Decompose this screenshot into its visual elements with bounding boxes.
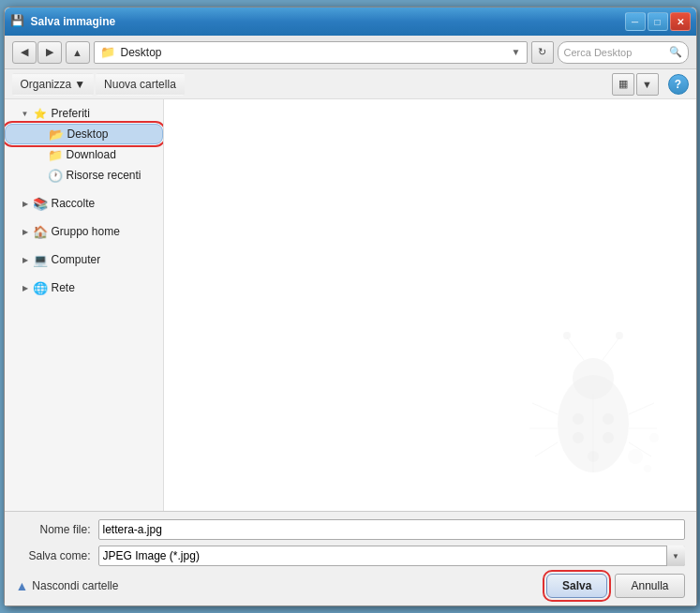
computer-icon: 💻 <box>33 252 48 267</box>
close-button[interactable]: ✕ <box>670 12 691 31</box>
sidebar-item-risorse[interactable]: 🕐 Risorse recenti <box>5 165 163 186</box>
toolbar: Organizza ▼ Nuova cartella ▦ ▼ ? <box>5 69 696 99</box>
hide-folders-icon: ▲ <box>16 578 29 593</box>
back-button[interactable]: ◀ <box>12 41 37 64</box>
expand-icon-computer: ▶ <box>20 254 31 265</box>
forward-button[interactable]: ▶ <box>37 41 62 64</box>
expand-icon-raccolte: ▶ <box>20 198 31 209</box>
content-area: ▼ ⭐ Preferiti 📂 Desktop 📁 Download 🕐 Ris… <box>5 99 696 511</box>
search-box[interactable]: Cerca Desktop 🔍 <box>558 41 689 64</box>
bottom-actions: ▲ Nascondi cartelle Salva Annulla <box>16 574 685 598</box>
svg-point-14 <box>603 413 614 425</box>
addressbar: ◀ ▶ ▲ 📁 Desktop ▼ ↻ Cerca Desktop 🔍 <box>5 36 696 69</box>
svg-line-5 <box>535 442 558 456</box>
svg-point-13 <box>573 413 584 425</box>
svg-point-16 <box>603 432 614 443</box>
address-dropdown-icon: ▼ <box>512 47 521 57</box>
new-folder-button[interactable]: Nuova cartella <box>96 73 185 96</box>
collection-icon: 📚 <box>33 196 48 211</box>
help-button[interactable]: ? <box>668 74 689 95</box>
view-icon: ▦ <box>618 78 628 90</box>
filetype-select-wrapper: JPEG Image (*.jpg) PNG Image (*.png) BMP… <box>98 546 685 566</box>
sidebar-item-raccolte[interactable]: ▶ 📚 Raccolte <box>5 193 163 214</box>
sidebar-label-raccolte: Raccolte <box>52 197 96 210</box>
svg-point-17 <box>588 451 599 462</box>
sidebar-label-rete: Rete <box>52 281 75 294</box>
view-arrow-button[interactable]: ▼ <box>636 73 659 96</box>
search-icon: 🔍 <box>669 46 682 58</box>
sidebar-label-preferiti: Preferiti <box>52 107 90 120</box>
svg-line-3 <box>532 403 558 414</box>
svg-point-20 <box>644 465 651 472</box>
svg-point-12 <box>616 332 623 339</box>
svg-line-10 <box>603 337 619 360</box>
maximize-button[interactable]: □ <box>648 12 668 31</box>
save-button[interactable]: Salva <box>546 574 607 598</box>
dialog-icon: 💾 <box>10 14 25 29</box>
dialog-title: Salva immagine <box>31 15 625 28</box>
svg-point-0 <box>558 375 629 472</box>
file-area <box>164 99 696 511</box>
sidebar-item-preferiti[interactable]: ▼ ⭐ Preferiti <box>5 103 163 124</box>
recent-icon: 🕐 <box>48 168 63 183</box>
hide-folders-label: Nascondi cartelle <box>32 579 118 592</box>
filetype-label: Salva come: <box>16 549 91 562</box>
expand-spacer-desktop <box>36 128 47 140</box>
svg-line-6 <box>629 403 654 414</box>
organize-arrow: ▼ <box>74 78 85 91</box>
svg-point-11 <box>563 332 571 339</box>
cancel-button[interactable]: Annulla <box>615 574 684 598</box>
sidebar-label-computer: Computer <box>52 253 101 266</box>
titlebar-buttons: ─ □ ✕ <box>625 12 691 31</box>
sidebar-item-computer[interactable]: ▶ 💻 Computer <box>5 249 163 270</box>
sidebar-label-download: Download <box>67 148 116 161</box>
network-icon: 🌐 <box>33 280 48 295</box>
nav-back-forward: ◀ ▶ <box>12 41 62 64</box>
sidebar-label-gruppo: Gruppo home <box>52 225 120 238</box>
sidebar-label-desktop: Desktop <box>67 127 109 141</box>
refresh-button[interactable]: ↻ <box>531 41 554 64</box>
download-folder-icon: 📁 <box>48 147 63 162</box>
view-button[interactable]: ▦ <box>612 73 634 96</box>
search-placeholder: Cerca Desktop <box>564 47 665 58</box>
organize-button[interactable]: Organizza ▼ <box>12 73 95 96</box>
sidebar-tree: ▼ ⭐ Preferiti 📂 Desktop 📁 Download 🕐 Ris… <box>5 99 164 511</box>
address-folder-icon: 📁 <box>100 45 115 59</box>
svg-line-9 <box>567 337 584 360</box>
svg-point-1 <box>573 358 614 399</box>
svg-line-8 <box>629 442 651 456</box>
titlebar: 💾 Salva immagine ─ □ ✕ <box>5 7 696 36</box>
filename-label: Nome file: <box>16 523 91 536</box>
homegroup-icon: 🏠 <box>33 224 48 239</box>
filename-row: Nome file: <box>16 519 685 540</box>
svg-point-15 <box>573 432 584 443</box>
svg-point-18 <box>628 449 643 464</box>
view-dropdown-icon: ▼ <box>642 79 652 90</box>
up-button[interactable]: ▲ <box>66 41 90 64</box>
address-bar[interactable]: 📁 Desktop ▼ <box>94 41 528 64</box>
sidebar-item-download[interactable]: 📁 Download <box>5 144 163 165</box>
sidebar-item-rete[interactable]: ▶ 🌐 Rete <box>5 277 163 298</box>
organize-label: Organizza <box>21 78 72 91</box>
sidebar-item-gruppo[interactable]: ▶ 🏠 Gruppo home <box>5 221 163 242</box>
desktop-folder-icon: 📂 <box>49 127 64 142</box>
address-text: Desktop <box>121 46 506 59</box>
filetype-select[interactable]: JPEG Image (*.jpg) PNG Image (*.png) BMP… <box>98 546 685 566</box>
save-dialog: 💾 Salva immagine ─ □ ✕ ◀ ▶ ▲ 📁 Desktop ▼… <box>4 7 697 606</box>
svg-point-19 <box>649 433 659 442</box>
watermark <box>509 321 678 492</box>
new-folder-label: Nuova cartella <box>104 78 176 91</box>
expand-icon-preferiti: ▼ <box>20 108 31 119</box>
expand-icon-gruppo: ▶ <box>20 226 31 237</box>
filetype-row: Salva come: JPEG Image (*.jpg) PNG Image… <box>16 546 685 566</box>
expand-icon-rete: ▶ <box>20 282 31 293</box>
sidebar-item-desktop[interactable]: 📂 Desktop <box>5 124 163 144</box>
star-icon: ⭐ <box>33 106 48 121</box>
hide-folders-button[interactable]: ▲ Nascondi cartelle <box>16 578 119 593</box>
sidebar-label-risorse: Risorse recenti <box>67 169 141 182</box>
filename-input[interactable] <box>98 519 685 540</box>
minimize-button[interactable]: ─ <box>625 12 646 31</box>
bottom-panel: Nome file: Salva come: JPEG Image (*.jpg… <box>5 511 696 606</box>
